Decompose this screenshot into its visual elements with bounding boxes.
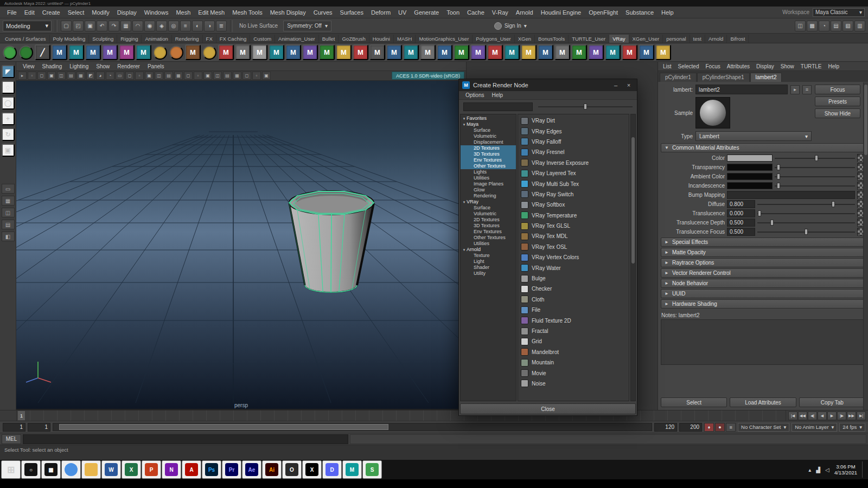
- value-field[interactable]: 0.500: [727, 219, 755, 227]
- layout-outliner-persp-icon[interactable]: ◧: [2, 232, 15, 241]
- volume-icon[interactable]: ◁: [825, 467, 829, 473]
- shelf-tab[interactable]: Animation: [142, 35, 171, 43]
- network-icon[interactable]: ▟: [816, 467, 820, 473]
- tree-row[interactable]: Rendering: [461, 193, 516, 199]
- shelf-tab[interactable]: Animation_User: [275, 35, 319, 43]
- ipr-render-icon[interactable]: ◑: [204, 21, 215, 31]
- layout-single-pane-icon[interactable]: ▭: [2, 184, 15, 194]
- shelf-item-icon[interactable]: M: [622, 44, 637, 60]
- panel-menu-item[interactable]: Lighting: [66, 63, 92, 70]
- render-node-item[interactable]: VRay Temperature: [519, 210, 628, 221]
- powerpoint-icon[interactable]: P: [142, 460, 161, 479]
- render-node-item[interactable]: VRay Water: [519, 262, 628, 273]
- open-scene-icon[interactable]: ◰: [73, 21, 84, 31]
- value-field[interactable]: 0.800: [727, 200, 755, 208]
- panel-menu-item[interactable]: View: [19, 63, 39, 70]
- paint-select-tool-icon[interactable]: ◯: [2, 97, 15, 110]
- animation-start-field[interactable]: 1: [3, 423, 25, 432]
- tree-row[interactable]: Texture: [461, 253, 516, 259]
- shelf-item-icon[interactable]: M: [285, 44, 301, 60]
- attribute-editor-menu-item[interactable]: TURTLE: [798, 63, 825, 70]
- tree-row[interactable]: Image Planes: [461, 181, 516, 187]
- shelf-tab[interactable]: Bullet: [319, 35, 339, 43]
- tree-row[interactable]: Env Textures: [461, 229, 516, 235]
- shelf-item-icon[interactable]: M: [521, 44, 537, 60]
- tree-expand-icon[interactable]: ▾: [462, 199, 467, 205]
- shelf-item-icon[interactable]: M: [185, 44, 201, 60]
- set-key-icon[interactable]: ♦: [704, 423, 714, 432]
- shelf-item-icon[interactable]: M: [119, 44, 135, 60]
- render-node-item[interactable]: VRay Softbox: [519, 200, 628, 210]
- footer-button[interactable]: Select: [661, 397, 727, 407]
- icon-size-slider[interactable]: [538, 103, 633, 111]
- shelf-item-icon[interactable]: M: [235, 44, 251, 60]
- attribute-editor-menu-item[interactable]: Display: [754, 63, 777, 70]
- shelf-item-icon[interactable]: M: [655, 44, 671, 60]
- anim-layer-dropdown[interactable]: No Anim Layer ▾: [792, 423, 837, 432]
- collapsed-section-bar[interactable]: ► Hardware Shading: [661, 299, 865, 309]
- render-node-item[interactable]: Fluid Texture 2D: [519, 315, 628, 325]
- tree-row[interactable]: Other Textures: [461, 235, 516, 241]
- bookmarks-icon[interactable]: ▣: [47, 72, 56, 80]
- undo-icon[interactable]: ↶: [97, 21, 107, 31]
- obs-icon[interactable]: O: [282, 460, 302, 479]
- menu-item[interactable]: Deform: [367, 8, 394, 17]
- tree-row[interactable]: Shader: [461, 265, 516, 271]
- 2d-pan-zoom-icon[interactable]: ▤: [67, 72, 75, 80]
- slider-handle[interactable]: [832, 201, 835, 207]
- tree-row[interactable]: 3D Textures: [461, 151, 516, 157]
- start-button[interactable]: ⊞: [1, 460, 21, 479]
- viewport-canvas[interactable]: [16, 81, 465, 409]
- shelf-item-icon[interactable]: M: [554, 44, 570, 60]
- shelf-item-icon[interactable]: M: [420, 44, 436, 60]
- new-scene-icon[interactable]: ▢: [61, 21, 72, 31]
- render-node-item[interactable]: VRay Dirt: [519, 115, 628, 126]
- shelf-item-icon[interactable]: M: [571, 44, 587, 60]
- viewport-3d-view[interactable]: persp: [16, 81, 466, 410]
- attribute-editor-menu-item[interactable]: Attributes: [724, 63, 752, 70]
- camera-attributes-icon[interactable]: ◻: [37, 72, 46, 80]
- collapsed-section-bar[interactable]: ► Raytrace Options: [661, 258, 865, 267]
- tool-settings-icon[interactable]: ▧: [843, 21, 853, 31]
- render-node-item[interactable]: Noise: [519, 378, 628, 389]
- node-list-scrollbar[interactable]: [630, 114, 636, 401]
- after-effects-icon[interactable]: Ae: [242, 460, 261, 479]
- shelf-tab[interactable]: test: [690, 35, 705, 43]
- shelf-sphere-icon[interactable]: [3, 46, 17, 60]
- motion-blur-icon[interactable]: ◫: [213, 72, 222, 80]
- redo-icon[interactable]: ↷: [108, 21, 119, 31]
- attribute-editor-menu-item[interactable]: Selected: [675, 63, 702, 70]
- render-node-item[interactable]: VRay Tex MDL: [519, 231, 628, 241]
- safe-action-icon[interactable]: ▫: [135, 72, 144, 80]
- tray-chevron-icon[interactable]: ▴: [808, 467, 811, 473]
- tree-row[interactable]: Light: [461, 259, 516, 265]
- chrome-icon[interactable]: [61, 460, 81, 479]
- shelf-tab[interactable]: Sculpting: [89, 35, 117, 43]
- menu-item[interactable]: Create: [39, 8, 64, 17]
- render-node-item[interactable]: VRay Vertex Colors: [519, 252, 628, 262]
- menu-item[interactable]: Mesh: [172, 8, 194, 17]
- resolution-gate-icon[interactable]: ◔: [106, 72, 114, 80]
- color-swatch[interactable]: [727, 155, 773, 162]
- dialog-titlebar[interactable]: M Create Render Node – ×: [459, 79, 637, 91]
- time-slider-track[interactable]: 1: [16, 410, 786, 421]
- shelf-sphere-icon[interactable]: [153, 46, 167, 60]
- attribute-slider[interactable]: [775, 182, 855, 189]
- panel-menu-item[interactable]: Shading: [39, 63, 66, 70]
- grid-toggle-icon[interactable]: ◩: [86, 72, 95, 80]
- play-forwards-button[interactable]: ▶: [827, 412, 837, 420]
- playback-start-field[interactable]: 1: [28, 423, 50, 432]
- shelf-item-icon[interactable]: M: [588, 44, 604, 60]
- panel-menu-item[interactable]: Renderer: [113, 63, 144, 70]
- shelf-item-icon[interactable]: M: [538, 44, 553, 60]
- illustrator-icon[interactable]: Ai: [262, 460, 282, 479]
- shelf-tab[interactable]: MASH: [394, 35, 416, 43]
- modeling-toolkit-icon[interactable]: ▩: [807, 21, 818, 31]
- collapsed-section-bar[interactable]: ► Matte Opacity: [661, 248, 865, 257]
- use-all-lights-icon[interactable]: ◻: [184, 72, 193, 80]
- image-plane-icon[interactable]: ◫: [57, 72, 66, 80]
- footer-button[interactable]: Copy Tab: [799, 397, 865, 407]
- render-node-item[interactable]: VRay Inverse Exposure: [519, 158, 628, 168]
- menu-item[interactable]: Houdini Engine: [537, 8, 585, 17]
- menu-item[interactable]: Mesh Tools: [228, 8, 266, 17]
